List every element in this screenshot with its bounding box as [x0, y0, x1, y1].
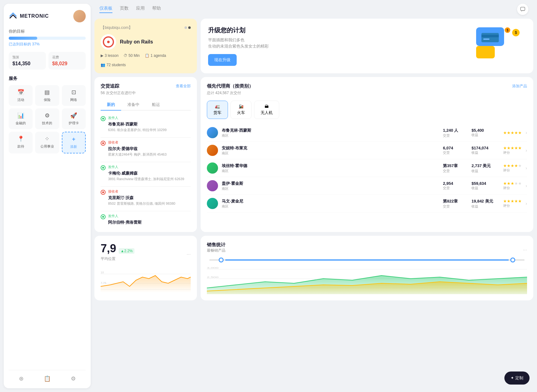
upgrade-button[interactable]: 现在升级 [208, 54, 237, 66]
delivery-header: 交货追踪 查看全部 [101, 83, 191, 89]
nav-right [517, 4, 528, 15]
agent-stat-1: 1,240 人 交货 [443, 128, 468, 138]
agents-title: 领先代理商（按类别） [207, 83, 253, 89]
name-3: 卡梅伦·威廉姆森 [108, 171, 184, 176]
range-slider-container [207, 259, 527, 261]
train-icon: 🚂 [239, 104, 243, 109]
svg-rect-0 [521, 7, 525, 11]
duration-value: 50 Min [129, 53, 140, 58]
agent-arrow-5[interactable]: › [526, 201, 527, 206]
students-icon: 👥 [101, 63, 105, 67]
avg-pos-value: 7,9 [101, 242, 116, 255]
expense-card: 花费 $8,029 [48, 52, 86, 70]
layers-icon[interactable]: ⊛ [19, 375, 24, 382]
agent-row: 盖伊·霍金斯 南区 2,954 交货 $59,634 收益 ★★★★★ [207, 177, 527, 195]
agent-name-2: 安妮特·布莱克 [222, 145, 439, 151]
course-duration: ⏱ 50 Min [124, 53, 140, 58]
avg-chart-svg: 10 7.75 [101, 268, 191, 293]
lessons-icon: ▶ [101, 53, 103, 58]
service-network[interactable]: ⊡ 网络 [62, 85, 86, 106]
agent-arrow-4[interactable]: › [526, 183, 527, 188]
delivery-info-5: 发件人 阿尔伯特·弗洛雷斯 [108, 214, 142, 226]
finance-icon: 📊 [17, 112, 24, 119]
agent-trans-3: 第357章 [443, 163, 468, 169]
settings-icon[interactable]: ⚙ [71, 375, 76, 382]
agent-arrow-1[interactable]: › [526, 130, 527, 135]
tab-drone[interactable]: 🏔 无人机 [254, 101, 279, 119]
avg-pos-left: 7,9 ▲2.2% 平均位置 [101, 242, 134, 267]
sales-title-group: 销售统计 最畅销产品 [207, 242, 225, 258]
service-tech[interactable]: ⚙ 技术的 [35, 108, 59, 129]
add-product-button[interactable]: 添加产品 [512, 84, 527, 89]
delivery-list: 发件人 布鲁克林·西蒙斯 6391 埃尔金圣塞萨尔, 特拉华州 10299 接收… [101, 116, 191, 226]
upgrade-text: 升级您的计划 平面插图和我们多色 生动的未混合紫色头发女士的精彩 现在升级 [208, 26, 269, 66]
agent-trans-4: 2,954 [443, 181, 468, 186]
agent-arrow-2[interactable]: › [526, 148, 527, 153]
top-nav: 仪表板 页数 应用 帮助 [94, 4, 533, 19]
nav-dashboard[interactable]: 仪表板 [99, 6, 112, 13]
agent-region-3: 南区 [222, 169, 439, 173]
logo-text: METRONIC [20, 13, 49, 19]
agent-trans-2: 6,074 [443, 146, 468, 150]
service-hospitality-label: 款待 [17, 144, 24, 149]
agent-name-4: 盖伊·霍金斯 [222, 181, 439, 186]
addr-4: 8502 普雷斯顿路, 英格尔伍德, 缅因州 98380 [108, 201, 175, 206]
agent-rating-3: ★★★★★ 评分 [503, 163, 522, 173]
sender-icon-3 [101, 214, 106, 219]
view-all-link[interactable]: 查看全部 [176, 84, 191, 89]
tab-preparing[interactable]: 准备中 [121, 99, 146, 111]
agent-region-4: 南区 [222, 186, 439, 191]
logo-icon [9, 12, 17, 21]
agent-money-4: $59,634 收益 [471, 181, 499, 190]
tab-train[interactable]: 🚂 火车 [230, 101, 252, 119]
service-add-label: 添新 [70, 144, 77, 149]
agenda-value: 1 agenda [151, 53, 166, 58]
train-label: 火车 [237, 110, 245, 116]
agent-name-1: 布鲁克林·西蒙斯 [222, 128, 439, 133]
course-card: 【biqubiqu.com】 Ruby on Rails ▶ 3 les [94, 19, 197, 73]
big-number-row: 7,9 ▲2.2% [101, 242, 134, 255]
row-2: 交货追踪 查看全部 56 次交付正在进行中 新的 准备中 船运 发件人 布鲁克林 [94, 77, 533, 232]
agent-arrow-3[interactable]: › [526, 166, 527, 171]
agent-region-5: 南区 [222, 204, 439, 209]
name-2: 拉尔夫·爱德华兹 [108, 146, 166, 152]
main-content: 仪表板 页数 应用 帮助 【biqubiqu.com】 [94, 0, 537, 392]
service-public[interactable]: ⁘ 公用事业 [35, 132, 59, 153]
avg-pos-menu[interactable]: ··· [187, 252, 191, 257]
course-title: Ruby on Rails [120, 39, 153, 45]
tab-truck[interactable]: 🚛 货车 [207, 101, 228, 119]
customize-button[interactable]: ✦ 定制 [504, 371, 530, 385]
service-insurance[interactable]: ▤ 保险 [35, 85, 59, 106]
range-handle-left[interactable] [219, 258, 224, 262]
tab-new[interactable]: 新的 [101, 99, 121, 111]
agent-info-1: 布鲁克林·西蒙斯 南区 [222, 128, 439, 138]
document-icon[interactable]: 📋 [44, 375, 51, 382]
range-handle-right[interactable] [510, 258, 515, 262]
service-add[interactable]: + 添新 [62, 132, 86, 153]
list-item: 发件人 卡梅伦·威廉姆森 3891 Ranchview 理查森博士, 加利福尼亚… [101, 165, 191, 184]
svg-rect-3 [483, 39, 489, 40]
range-slider[interactable] [209, 259, 525, 261]
service-hospitality[interactable]: 📍 款待 [9, 132, 33, 153]
role-5: 发件人 [108, 214, 142, 218]
service-activity[interactable]: 📅 活动 [9, 85, 33, 106]
agent-money-1: $5,400 收益 [471, 128, 499, 137]
service-nursing[interactable]: 🚀 护理卡 [62, 108, 86, 129]
sales-header: 销售统计 最畅销产品 ··· [207, 242, 527, 258]
nav-help[interactable]: 帮助 [152, 6, 161, 13]
nav-pages[interactable]: 页数 [120, 6, 129, 13]
sales-menu[interactable]: ··· [523, 247, 527, 253]
divider-1 [101, 137, 191, 138]
nav-apps[interactable]: 应用 [136, 6, 145, 13]
list-item: 发件人 布鲁克林·西蒙斯 6391 埃尔金圣塞萨尔, 特拉华州 10299 [101, 116, 191, 135]
tab-shipping[interactable]: 船运 [146, 99, 166, 111]
lessons-value: 3 lesson [105, 53, 119, 58]
illus-coin-1: $ [512, 29, 520, 36]
service-finance[interactable]: 📊 金融的 [9, 108, 33, 129]
tech-icon: ⚙ [45, 112, 50, 119]
course-lessons: ▶ 3 lesson [101, 53, 119, 58]
divider-4 [101, 211, 191, 211]
agent-region-1: 南区 [222, 133, 439, 138]
budget-row: 预算 $14,350 花费 $8,029 [9, 52, 86, 70]
chat-icon[interactable] [517, 4, 528, 15]
